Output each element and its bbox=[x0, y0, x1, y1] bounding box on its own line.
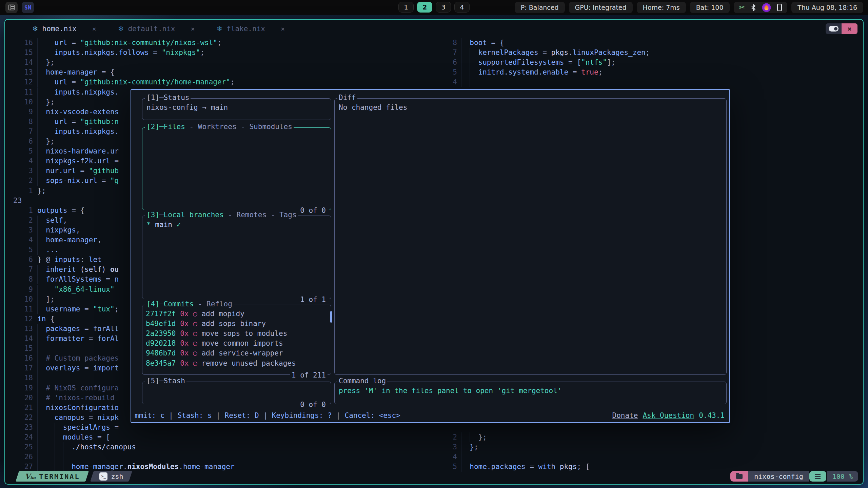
indent-guide bbox=[37, 353, 46, 363]
code-text: }; bbox=[37, 137, 55, 146]
code-line[interactable]: 5initrd.systemd.enable = true; bbox=[5, 67, 863, 77]
indent-guide bbox=[470, 432, 478, 442]
indent-guide bbox=[461, 452, 470, 462]
indent-guide bbox=[37, 146, 46, 156]
launcher-button[interactable] bbox=[5, 2, 18, 13]
panel-title: Diff bbox=[339, 94, 356, 102]
branch-synced-check-icon: ✓ bbox=[177, 221, 181, 229]
code-text: nixpkgs-f2k.url = bbox=[37, 156, 119, 166]
line-number: 2 bbox=[438, 432, 457, 442]
code-line[interactable]: 8boot = { bbox=[5, 38, 863, 48]
line-number: 4 bbox=[12, 235, 33, 245]
code-text: initrd.systemd.enable = true; bbox=[461, 67, 603, 77]
desktop: $N 1 2 3 4 P: Balanced GPU: Integrated H… bbox=[0, 0, 868, 488]
workspace-button-1[interactable]: 1 bbox=[398, 2, 414, 13]
workspace-switcher: 1 2 3 4 bbox=[398, 2, 470, 13]
bluetooth-icon[interactable] bbox=[751, 4, 756, 11]
commit-row[interactable]: 2a23950 0x ○ move sops to modules bbox=[146, 329, 327, 339]
power-profile-pill: P: Balanced bbox=[515, 2, 565, 13]
code-text: outputs = { bbox=[37, 206, 84, 216]
clock: Thu Aug 08, 18:16 bbox=[791, 2, 863, 13]
tab-home-nix[interactable]: ❄ home.nix × bbox=[32, 25, 96, 33]
vim-logo-icon: Vim bbox=[25, 472, 36, 481]
phone-icon[interactable] bbox=[777, 4, 782, 11]
commit-hash: d920218 bbox=[146, 339, 176, 347]
clipboard-scissors-icon[interactable]: ✂ bbox=[739, 4, 745, 11]
workspace-button-4[interactable]: 4 bbox=[454, 2, 470, 13]
code-text: canopus = nixpk bbox=[37, 413, 119, 423]
line-number: 10 bbox=[12, 97, 33, 107]
lazygit-commits-panel[interactable]: [4]─Commits - Reflog 2717f2f 0x ○ add mo… bbox=[142, 305, 331, 375]
code-text: nix-vscode-extens bbox=[37, 107, 119, 117]
code-text: inputs.nixpkgs. bbox=[37, 127, 119, 137]
firewall-flame-icon[interactable] bbox=[762, 3, 771, 12]
line-number: 1 bbox=[12, 206, 33, 216]
indent-guide bbox=[37, 176, 46, 186]
commit-row[interactable]: 8e345a7 0x ○ remove unused packages bbox=[146, 359, 327, 368]
commit-bullet-icon: ○ bbox=[193, 329, 197, 338]
code-text: self, bbox=[37, 216, 67, 225]
lazygit-command-log-panel[interactable]: Command log press 'M' in the files panel… bbox=[334, 382, 727, 404]
commit-row[interactable]: b49ef1d 0x ○ add sops binary bbox=[146, 319, 327, 329]
tab-flake-nix[interactable]: ❄ flake.nix × bbox=[217, 25, 285, 33]
tab-close-icon[interactable]: × bbox=[281, 25, 285, 33]
workspace-button-2[interactable]: 2 bbox=[417, 2, 432, 13]
tab-close-icon[interactable]: × bbox=[191, 25, 195, 33]
nix-snowflake-icon: ❄ bbox=[32, 25, 38, 33]
lazygit-status-panel[interactable]: [1]─Status nixos-config → main bbox=[142, 98, 331, 120]
workspace-label: 4 bbox=[460, 3, 464, 11]
code-line[interactable]: 6supportedFilesystems = ["ntfs"]; bbox=[5, 58, 863, 67]
stash-count: 0 of 0 bbox=[298, 401, 328, 409]
nix-shell-badge[interactable]: $N bbox=[22, 2, 34, 13]
ask-question-link[interactable]: Ask Question bbox=[643, 411, 694, 420]
line-number: 8 bbox=[12, 117, 33, 127]
code-line[interactable]: 4 bbox=[5, 452, 863, 462]
indent-guide bbox=[37, 265, 46, 274]
indent-guide bbox=[37, 127, 46, 137]
tab-default-nix[interactable]: ❄ default.nix × bbox=[118, 25, 195, 33]
window-close-button[interactable]: × bbox=[842, 23, 857, 34]
panel-key: [4] bbox=[146, 300, 159, 308]
mode-label: TERMINAL bbox=[39, 472, 80, 481]
lazygit-diff-panel[interactable]: Diff No changed files bbox=[334, 98, 727, 375]
window-toggle-button[interactable] bbox=[826, 23, 842, 34]
status-branch-text: nixos-config → main bbox=[146, 103, 328, 111]
code-line[interactable]: 4 bbox=[5, 77, 863, 87]
commit-row[interactable]: 2717f2f 0x ○ add mopidy bbox=[146, 309, 327, 319]
code-text: # 'nixos-rebuild bbox=[37, 393, 115, 403]
code-line[interactable]: 2}; bbox=[5, 432, 863, 442]
keybindings-hint: mmit: c | Stash: s | Reset: D | Keybindi… bbox=[135, 411, 400, 420]
commit-row[interactable]: d920218 0x ○ move common imports bbox=[146, 339, 327, 348]
gpu-pill: GPU: Integrated bbox=[569, 2, 633, 13]
lazygit-stash-panel[interactable]: [5]─Stash 0 of 0 bbox=[142, 382, 331, 404]
code-line[interactable]: 7kernelPackages = pkgs.linuxPackages_zen… bbox=[5, 48, 863, 58]
commits-scrollbar[interactable] bbox=[330, 311, 332, 323]
donate-link[interactable]: Donate bbox=[612, 411, 638, 420]
line-number: 7 bbox=[12, 127, 33, 137]
commit-row[interactable]: 9486b7d 0x ○ add service-wrapper bbox=[146, 348, 327, 358]
indent-guide bbox=[37, 235, 46, 245]
indent-guide bbox=[37, 274, 46, 284]
commit-message: add sops binary bbox=[201, 320, 266, 328]
indent-guide bbox=[461, 67, 470, 77]
code-text: nixos-hardware.ur bbox=[37, 146, 119, 156]
line-number: 4 bbox=[438, 77, 457, 87]
line-number: 9 bbox=[12, 285, 33, 294]
ping-pill: Home: 7ms bbox=[637, 2, 686, 13]
line-number: 3 bbox=[12, 166, 33, 176]
code-text: } @ inputs: let bbox=[37, 255, 102, 265]
workspace-button-3[interactable]: 3 bbox=[436, 2, 451, 13]
commit-hash: 2717f2f bbox=[146, 310, 176, 318]
line-number: 3 bbox=[438, 442, 457, 452]
apps-grid-icon bbox=[8, 4, 15, 11]
commit-hash: b49ef1d bbox=[146, 320, 176, 328]
tab-close-icon[interactable]: × bbox=[92, 25, 96, 33]
code-text: specialArgs = bbox=[37, 423, 119, 432]
code-line[interactable]: 23specialArgs = bbox=[5, 423, 863, 432]
lazygit-branches-panel[interactable]: [3]─Local branches - Remotes - Tags * ma… bbox=[142, 216, 331, 299]
lazygit-files-panel[interactable]: [2]─Files - Worktrees - Submodules 0 of … bbox=[142, 127, 331, 210]
commit-bullet-icon: ○ bbox=[193, 339, 197, 347]
branch-row[interactable]: * main ✓ bbox=[146, 221, 328, 229]
code-line[interactable]: 3}; bbox=[5, 442, 863, 452]
lazygit-version: 0.43.1 bbox=[699, 411, 725, 420]
